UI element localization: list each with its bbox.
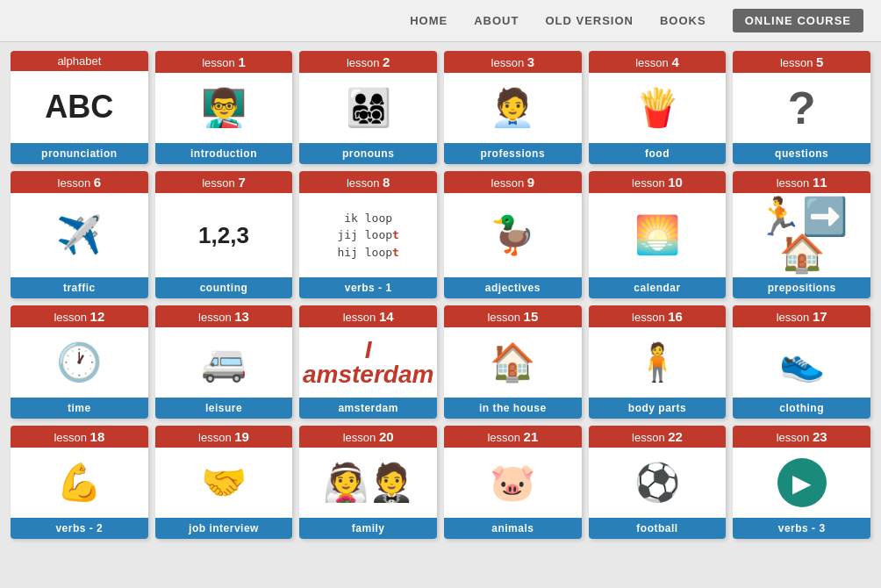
card-header-lesson6: lesson 6 [11, 171, 148, 193]
lesson9-icon: 🦆 [490, 217, 535, 254]
lesson2-icon: 👨‍👩‍👧‍👦 [346, 90, 391, 126]
card-footer-lesson5: questions [733, 143, 870, 164]
card-lesson5[interactable]: lesson 5?questions [733, 51, 870, 164]
card-lesson18[interactable]: lesson 18💪verbs - 2 [11, 426, 148, 539]
lesson6-icon: ✈️ [56, 217, 102, 254]
card-header-lesson1: lesson 1 [155, 51, 293, 73]
card-body-lesson8: ik loopjij loopthij loopt [299, 193, 437, 277]
nav-about[interactable]: ABOUT [474, 14, 519, 27]
card-lesson17[interactable]: lesson 17👟clothing [733, 305, 870, 419]
amsterdam-icon: I amsterdam [303, 338, 433, 387]
card-header-lesson20: lesson 20 [299, 426, 437, 448]
card-footer-lesson13: leisure [155, 398, 293, 419]
card-body-lesson1: 👨‍🏫 [155, 73, 293, 143]
count-text: 1,2,3 [198, 222, 249, 249]
card-body-lesson13: 🚐 [155, 327, 293, 398]
card-lesson3[interactable]: lesson 3🧑‍💼professions [444, 51, 582, 164]
card-body-lesson10: 🌅 [589, 193, 727, 277]
card-lesson19[interactable]: lesson 19🤝job interview [155, 426, 293, 539]
card-footer-lesson14: amsterdam [299, 398, 437, 419]
verbs-text: ik loopjij loopthij loopt [337, 210, 398, 262]
card-header-lesson19: lesson 19 [155, 426, 293, 448]
lesson16-icon: 🧍 [634, 344, 680, 381]
card-header-lesson22: lesson 22 [589, 426, 727, 448]
card-body-lesson4: 🍟 [589, 73, 727, 143]
card-lesson16[interactable]: lesson 16🧍body parts [589, 305, 727, 419]
card-footer-lesson15: in the house [444, 398, 582, 419]
card-lesson1[interactable]: lesson 1👨‍🏫introduction [155, 51, 293, 164]
lesson11-icon: 🏃➡️🏠 [738, 198, 865, 272]
card-header-lesson8: lesson 8 [299, 171, 437, 193]
nav-online-course[interactable]: ONLINE COURSE [733, 9, 863, 32]
card-alphabet[interactable]: alphabetABCpronunciation [11, 51, 148, 164]
card-lesson9[interactable]: lesson 9🦆adjectives [444, 171, 582, 298]
lesson15-icon: 🏠 [490, 344, 535, 381]
lesson10-icon: 🌅 [634, 217, 680, 254]
card-lesson14[interactable]: lesson 14I amsterdamamsterdam [299, 305, 437, 419]
card-header-lesson15: lesson 15 [444, 305, 582, 327]
card-lesson11[interactable]: lesson 11🏃➡️🏠prepositions [733, 171, 870, 298]
card-body-lesson7: 1,2,3 [155, 193, 293, 277]
card-body-lesson21: 🐷 [444, 448, 582, 518]
card-header-lesson21: lesson 21 [444, 426, 582, 448]
card-header-lesson23: lesson 23 [733, 426, 870, 448]
card-lesson20[interactable]: lesson 20👰🤵family [299, 426, 437, 539]
card-lesson13[interactable]: lesson 13🚐leisure [155, 305, 293, 419]
card-header-lesson7: lesson 7 [155, 171, 293, 193]
card-lesson12[interactable]: lesson 12🕐time [11, 305, 148, 419]
card-footer-lesson19: job interview [155, 518, 293, 539]
card-body-lesson11: 🏃➡️🏠 [733, 193, 870, 277]
card-lesson22[interactable]: lesson 22⚽football [589, 426, 727, 539]
card-footer-lesson18: verbs - 2 [11, 518, 148, 539]
lesson1-icon: 👨‍🏫 [201, 90, 247, 126]
card-footer-lesson22: football [589, 518, 727, 539]
card-footer-lesson12: time [11, 398, 148, 419]
card-header-lesson10: lesson 10 [589, 171, 727, 193]
nav-home[interactable]: HOME [410, 14, 448, 27]
card-header-lesson16: lesson 16 [589, 305, 727, 327]
lesson20-icon: 👰🤵 [323, 464, 414, 501]
lesson22-icon: ⚽ [634, 464, 680, 501]
card-body-lesson16: 🧍 [589, 327, 727, 398]
card-header-lesson18: lesson 18 [11, 426, 148, 448]
card-header-lesson4: lesson 4 [589, 51, 727, 73]
nav-old-version[interactable]: OLD VERSION [545, 14, 634, 27]
card-body-lesson14: I amsterdam [299, 327, 437, 398]
lesson18-icon: 💪 [56, 464, 102, 501]
card-body-lesson15: 🏠 [444, 327, 582, 398]
card-footer-lesson17: clothing [733, 398, 870, 419]
card-footer-lesson11: prepositions [733, 277, 870, 298]
card-footer-lesson23: verbs - 3 [733, 518, 870, 539]
card-lesson21[interactable]: lesson 21🐷animals [444, 426, 582, 539]
nav-books[interactable]: BOOKS [660, 14, 706, 27]
card-header-lesson11: lesson 11 [733, 171, 870, 193]
card-body-lesson18: 💪 [11, 448, 148, 518]
card-header-lesson17: lesson 17 [733, 305, 870, 327]
card-lesson7[interactable]: lesson 71,2,3counting [155, 171, 293, 298]
lessons-grid: alphabetABCpronunciationlesson 1👨‍🏫intro… [0, 42, 881, 548]
card-lesson10[interactable]: lesson 10🌅calendar [589, 171, 727, 298]
lesson21-icon: 🐷 [490, 464, 535, 501]
card-footer-lesson10: calendar [589, 277, 727, 298]
lesson13-icon: 🚐 [201, 344, 247, 381]
lesson4-icon: 🍟 [634, 90, 680, 126]
card-header-alphabet: alphabet [11, 51, 148, 71]
card-header-lesson5: lesson 5 [733, 51, 870, 73]
card-body-lesson2: 👨‍👩‍👧‍👦 [299, 73, 437, 143]
card-body-lesson19: 🤝 [155, 448, 293, 518]
card-lesson2[interactable]: lesson 2👨‍👩‍👧‍👦pronouns [299, 51, 437, 164]
card-lesson15[interactable]: lesson 15🏠in the house [444, 305, 582, 419]
card-footer-lesson4: food [589, 143, 727, 164]
card-lesson23[interactable]: lesson 23▶verbs - 3 [733, 426, 870, 539]
card-footer-lesson21: animals [444, 518, 582, 539]
card-body-lesson12: 🕐 [11, 327, 148, 398]
card-lesson6[interactable]: lesson 6✈️traffic [11, 171, 148, 298]
card-body-lesson6: ✈️ [11, 193, 148, 277]
card-body-lesson5: ? [733, 73, 870, 143]
navigation: HOME ABOUT OLD VERSION BOOKS ONLINE COUR… [410, 9, 863, 32]
card-body-lesson17: 👟 [733, 327, 870, 398]
card-body-lesson3: 🧑‍💼 [444, 73, 582, 143]
question-mark: ? [788, 82, 816, 134]
card-lesson4[interactable]: lesson 4🍟food [589, 51, 727, 164]
card-lesson8[interactable]: lesson 8ik loopjij loopthij looptverbs -… [299, 171, 437, 298]
